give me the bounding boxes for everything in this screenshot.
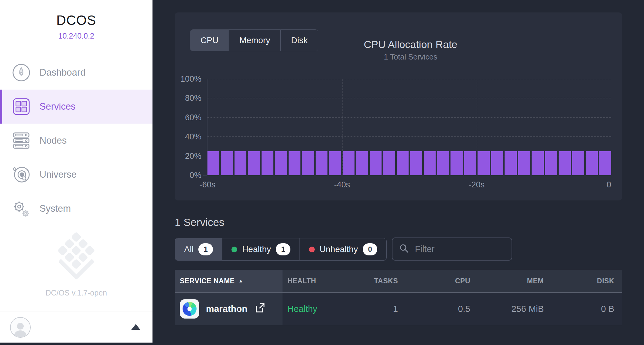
table-row[interactable]: marathon Healthy 1 0.5 256 MiB 0 B: [175, 293, 622, 325]
service-name-cell: marathon: [175, 293, 283, 325]
chart-bar: [235, 151, 246, 175]
sidebar-item-universe[interactable]: Universe: [0, 158, 152, 192]
column-header-mem[interactable]: MEM: [470, 270, 544, 292]
chart-bar: [599, 151, 611, 175]
sidebar-item-services[interactable]: Services: [0, 90, 152, 124]
chart-bar: [356, 151, 368, 175]
chart-bars: [207, 79, 611, 175]
chart-bar: [248, 151, 260, 175]
servers-icon: [11, 130, 32, 151]
dcos-version: DC/OS v.1.7-open: [0, 289, 152, 297]
filter-count-badge: 1: [198, 243, 213, 255]
column-header-service-name[interactable]: SERVICE NAME ▲: [175, 270, 283, 292]
filter-unhealthy[interactable]: Unhealthy 0: [300, 238, 386, 260]
column-header-tasks[interactable]: TASKS: [355, 270, 398, 292]
services-table: SERVICE NAME ▲ HEALTH TASKS CPU MEM DISK…: [175, 270, 622, 325]
sort-asc-icon: ▲: [238, 278, 243, 284]
service-name[interactable]: marathon: [206, 304, 248, 314]
service-disk-cell: 0 B: [544, 293, 622, 325]
collapse-chevron-up-icon[interactable]: [131, 324, 140, 330]
x-tick-label: -60s: [200, 180, 216, 190]
chart-bar: [424, 151, 436, 175]
main-content: CPU Memory Disk CPU Allocation Rate 1 To…: [152, 0, 644, 345]
y-tick-label: 100%: [165, 74, 201, 84]
x-tick-label: -40s: [334, 180, 350, 190]
chart-bar: [518, 151, 530, 175]
filter-healthy[interactable]: Healthy 1: [222, 238, 300, 260]
orbit-icon: [11, 164, 32, 185]
y-tick-label: 0%: [165, 171, 201, 180]
chart-bar: [491, 151, 503, 175]
service-tasks-cell: 1: [355, 293, 398, 325]
chart-bar: [329, 151, 341, 175]
chart-bar: [289, 151, 300, 175]
sidebar-item-nodes[interactable]: Nodes: [0, 124, 152, 158]
chart-plot-area: 0% 20% 40% 60% 80% 100% -60s -40s -20s 0: [207, 79, 611, 175]
sidebar-item-label: Dashboard: [39, 67, 86, 78]
x-tick-label: 0: [607, 180, 611, 190]
chart-bar: [262, 151, 273, 175]
service-cpu-cell: 0.5: [398, 293, 470, 325]
service-mem-cell: 256 MiB: [470, 293, 544, 325]
user-avatar[interactable]: [10, 317, 31, 338]
dcos-logo-watermark: [0, 237, 152, 275]
chart-bar: [572, 151, 584, 175]
gauge-icon: [11, 62, 32, 83]
chart-title: CPU Allocation Rate: [199, 39, 622, 50]
healthy-dot-icon: [231, 247, 237, 252]
unhealthy-dot-icon: [309, 247, 315, 252]
sidebar-item-label: Nodes: [39, 135, 67, 146]
search-icon: [399, 244, 409, 254]
health-filter-group: All 1 Healthy 1 Unhealthy 0: [175, 238, 387, 261]
chart-bar: [383, 151, 395, 175]
chart-bar: [207, 151, 219, 175]
filter-label: Unhealthy: [320, 244, 358, 254]
chart-bar: [397, 151, 409, 175]
table-header-row: SERVICE NAME ▲ HEALTH TASKS CPU MEM DISK: [175, 270, 622, 293]
y-tick-label: 80%: [165, 94, 201, 103]
y-tick-label: 60%: [165, 113, 201, 122]
service-health-cell: Healthy: [283, 293, 355, 325]
chart-bar: [450, 151, 462, 175]
chart-bar: [410, 151, 422, 175]
gears-icon: [11, 198, 32, 219]
column-header-disk[interactable]: DISK: [544, 270, 622, 292]
filter-label: Healthy: [242, 244, 271, 254]
filter-count-badge: 0: [363, 243, 377, 255]
chart-bar: [343, 151, 355, 175]
grid-icon: [11, 96, 32, 117]
column-header-health[interactable]: HEALTH: [283, 270, 355, 292]
cluster-ip[interactable]: 10.240.0.2: [0, 32, 152, 40]
sidebar-item-dashboard[interactable]: Dashboard: [0, 56, 152, 90]
chart-bar: [316, 151, 327, 175]
y-axis-tick: [203, 79, 207, 79]
chart-bar: [275, 151, 287, 175]
brand: DCOS 10.240.0.2: [0, 13, 152, 40]
cluster-title: DCOS: [0, 13, 152, 28]
filter-label: All: [184, 244, 194, 254]
chart-bar: [370, 151, 382, 175]
external-link-icon[interactable]: [254, 302, 265, 316]
column-header-cpu[interactable]: CPU: [398, 270, 470, 292]
filter-input[interactable]: [414, 244, 530, 254]
filter-all[interactable]: All 1: [175, 238, 222, 260]
allocation-chart-card: CPU Memory Disk CPU Allocation Rate 1 To…: [175, 12, 622, 200]
x-tick-label: -20s: [469, 180, 485, 190]
sidebar-item-label: Services: [39, 101, 76, 112]
marathon-logo-icon: [180, 299, 199, 319]
chart-bar: [505, 151, 516, 175]
sidebar-item-label: System: [39, 203, 71, 214]
chart-subtitle: 1 Total Services: [199, 53, 622, 61]
y-axis-tick: [203, 175, 207, 176]
sidebar-footer: [0, 312, 152, 343]
y-tick-label: 20%: [165, 152, 201, 161]
sidebar-item-system[interactable]: System: [0, 192, 152, 226]
chart-bar: [302, 151, 314, 175]
dcos-ui: DCOS 10.240.0.2 Dashboard: [0, 0, 644, 345]
chart-bar: [532, 151, 543, 175]
sidebar-nav: Dashboard Services: [0, 56, 152, 226]
chart-bar: [437, 151, 449, 175]
services-heading: 1 Services: [175, 216, 224, 228]
filter-search-box: [392, 237, 512, 261]
chart-bar: [221, 151, 233, 175]
